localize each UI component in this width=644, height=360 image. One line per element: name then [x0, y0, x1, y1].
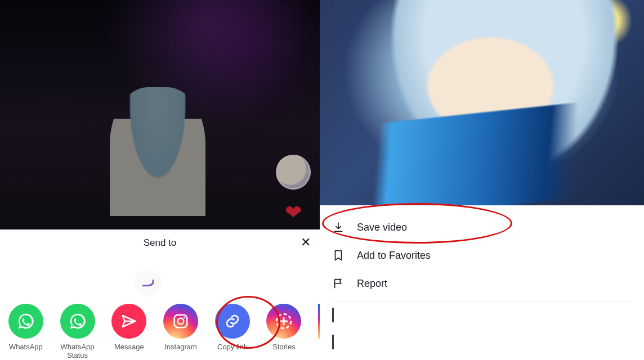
right-screenshot: Save video Add to Favorites Report — [320, 0, 644, 360]
share-app-copy-link[interactable]: Copy link — [214, 304, 251, 360]
game-character — [110, 87, 205, 231]
share-apps-row: WhatsApp WhatsApp Status Message Instagr… — [0, 300, 320, 360]
svg-point-2 — [184, 317, 185, 318]
left-screenshot: ❤ Send to ✕ WhatsApp WhatsApp Stat — [0, 0, 320, 360]
share-contacts-row — [0, 256, 320, 300]
whatsapp-icon — [8, 304, 43, 339]
menu-item-partial-2 — [320, 328, 644, 356]
close-icon: ✕ — [301, 235, 311, 249]
share-app-label: Instagram — [164, 343, 197, 352]
message-icon — [111, 304, 146, 339]
share-sheet: Send to ✕ WhatsApp WhatsApp Status — [0, 230, 320, 360]
menu-item-label: Save video — [357, 222, 407, 233]
menu-item-label: Report — [357, 278, 387, 290]
creator-avatar[interactable] — [276, 155, 311, 190]
copy-link-icon — [215, 304, 250, 339]
contact-avatar[interactable] — [134, 269, 162, 297]
menu-list: Save video Add to Favorites Report — [320, 205, 644, 298]
share-app-stories[interactable]: Stories — [266, 304, 302, 360]
whatsapp-status-icon — [60, 304, 95, 339]
share-app-instagram[interactable]: Instagram — [163, 304, 199, 360]
share-app-label: Message — [114, 343, 144, 352]
svg-point-1 — [178, 318, 184, 325]
share-app-label: Copy link — [217, 343, 247, 352]
share-sheet-title: Send to — [144, 237, 177, 249]
share-app-label: WhatsApp — [9, 343, 43, 352]
share-app-message[interactable]: Message — [111, 304, 147, 360]
menu-item-report[interactable]: Report — [332, 269, 632, 298]
more-actions-sheet: Save video Add to Favorites Report — [320, 205, 644, 360]
bookmark-icon — [332, 249, 345, 262]
share-sheet-header: Send to ✕ — [0, 230, 320, 256]
download-icon — [332, 221, 345, 233]
svg-rect-0 — [175, 315, 187, 328]
share-app-whatsapp[interactable]: WhatsApp — [8, 304, 44, 360]
share-app-label: Stories — [272, 343, 295, 352]
menu-item-partial-1 — [320, 302, 644, 328]
menu-item-add-to-favorites[interactable]: Add to Favorites — [332, 241, 632, 269]
share-app-whatsapp-status[interactable]: WhatsApp Status — [60, 304, 96, 360]
like-heart-icon[interactable]: ❤ — [285, 201, 302, 224]
stories-icon — [266, 304, 301, 339]
share-app-label: WhatsApp Status — [61, 343, 95, 360]
close-button[interactable]: ✕ — [301, 236, 311, 249]
menu-item-label: Add to Favorites — [357, 250, 431, 262]
video-action-sidebar: ❤ — [276, 155, 311, 224]
menu-item-save-video[interactable]: Save video — [332, 213, 632, 241]
instagram-icon — [163, 304, 198, 339]
flag-icon — [332, 277, 345, 290]
